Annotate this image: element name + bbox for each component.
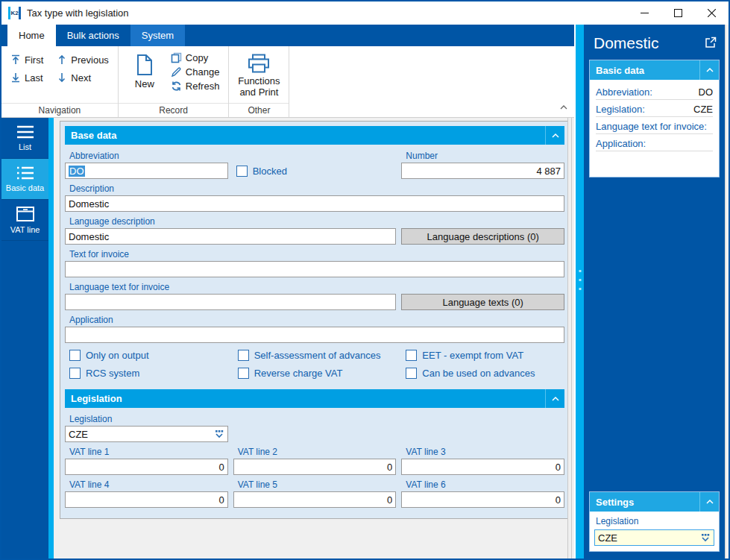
preview-row-legislation: Legislation: CZE [596,100,713,117]
settings-legislation-value: CZE [598,532,617,544]
next-label: Next [71,72,91,84]
chevron-up-icon [705,499,714,505]
rcs-system-checkbox[interactable] [69,368,81,379]
box-icon [16,206,35,222]
new-label: New [135,78,154,89]
ribbon-tabbar: Home Bulk actions System [1,25,574,46]
language-text-for-invoice-input[interactable] [65,294,396,310]
only-on-output-checkbox[interactable] [69,350,81,361]
language-descriptions-button[interactable]: Language descriptions (0) [401,228,564,245]
advances-checkbox[interactable] [406,368,417,379]
chevron-up-icon [551,396,560,402]
preview-legislation-value: CZE [693,104,713,115]
arrow-up-icon [57,54,67,65]
ribbon: First Previous Last [1,46,574,118]
last-label: Last [25,72,43,84]
functions-and-print-button[interactable]: Functions and Print [235,51,283,101]
vat-line-5-input[interactable] [233,491,397,508]
language-texts-button[interactable]: Language texts (0) [401,294,564,310]
ribbon-group-other: Functions and Print Other [229,46,289,117]
legislation-dropdown[interactable]: CZE [65,426,228,442]
vat-line-1-input[interactable] [65,459,228,475]
sidebar-item-basic-data-label: Basic data [6,183,44,192]
navigation-group-label: Navigation [1,103,118,117]
sidebar-item-list[interactable]: List [1,118,48,159]
description-input[interactable] [65,195,564,212]
new-button[interactable]: New [125,51,165,101]
self-assessment-checkbox[interactable] [238,350,249,361]
vat-line-3-input[interactable] [401,459,564,475]
reverse-charge-checkbox[interactable] [238,368,249,379]
functions-and-print-label: Functions and Print [235,75,283,98]
preview-basic-data-collapse-button[interactable] [699,60,719,80]
open-in-window-button[interactable] [705,34,717,52]
preview-scrollbar[interactable] [725,25,729,559]
settings-header: Settings [590,492,719,512]
sidebar: List Basic data VAT line [1,118,48,559]
panel-splitter[interactable] [574,25,584,559]
arrow-down-bar-icon [10,72,21,83]
new-document-icon [135,54,154,76]
arrow-down-icon [57,72,67,83]
printer-icon [248,54,270,73]
vat-line-2-input[interactable] [233,459,397,475]
base-data-title: Base data [71,130,116,141]
ribbon-collapse-button[interactable] [559,100,568,113]
settings-card: Settings Legislation CZE [589,491,720,552]
preview-row-language-text: Language text for invoice: [596,117,713,134]
vat-line-6-input[interactable] [401,491,564,508]
tab-system[interactable]: System [130,25,185,46]
main-scrollbar[interactable] [567,118,572,559]
ribbon-group-navigation: First Previous Last [1,46,119,117]
dropdown-dots-icon [700,533,711,542]
application-label: Application [65,310,564,327]
change-button[interactable]: Change [168,65,223,79]
text-for-invoice-input[interactable] [65,261,564,277]
eet-exempt-label: EET - exempt from VAT [422,350,523,361]
k2-logo-icon: K2 [8,7,21,19]
application-input[interactable] [65,327,564,343]
preview-row-abbreviation: Abbreviation: DO [596,83,713,100]
sidebar-item-vat-line[interactable]: VAT line [1,200,48,241]
list-icon [16,125,35,139]
refresh-label: Refresh [186,81,220,92]
first-button[interactable]: First [7,51,46,69]
minimize-icon [641,9,649,17]
language-description-input[interactable] [65,228,396,245]
base-data-collapse-button[interactable] [545,126,564,145]
vat-line-4-label: VAT line 4 [65,475,228,491]
preview-legislation-label: Legislation: [596,104,645,115]
refresh-button[interactable]: Refresh [168,79,223,93]
eet-exempt-checkbox[interactable] [406,350,417,361]
form-panel: Base data Abbreviation DO [60,121,570,519]
legislation-section-header: Legislation [65,389,564,408]
close-button[interactable] [695,1,729,25]
copy-button[interactable]: Copy [168,51,223,65]
blocked-checkbox[interactable] [236,166,248,177]
self-assessment-label: Self-assessment of advances [254,350,381,361]
copy-label: Copy [186,52,208,63]
vat-line-3-label: VAT line 3 [401,442,564,459]
number-input[interactable] [401,163,564,179]
settings-legislation-dropdown[interactable]: CZE [594,529,714,546]
previous-button[interactable]: Previous [54,51,112,69]
tab-bulk-actions[interactable]: Bulk actions [56,25,130,46]
legislation-collapse-button[interactable] [545,389,564,408]
close-icon [708,9,716,17]
minimize-button[interactable] [628,1,661,25]
sidebar-item-basic-data[interactable]: Basic data [1,159,48,200]
settings-title: Settings [596,497,634,508]
last-button[interactable]: Last [7,69,46,86]
vat-line-4-input[interactable] [65,491,228,508]
titlebar: K2 Tax type with legislation [1,1,729,25]
preview-basic-data-header: Basic data [590,60,719,80]
chevron-up-icon [551,133,560,139]
abbreviation-input[interactable]: DO [65,163,228,179]
maximize-button[interactable] [661,1,695,25]
arrow-up-bar-icon [10,54,21,65]
app-window: K2 Tax type with legislation Home Bulk a… [0,0,730,560]
chevron-up-icon [705,67,714,73]
tab-home[interactable]: Home [7,25,56,46]
settings-collapse-button[interactable] [699,492,719,512]
next-button[interactable]: Next [54,69,112,86]
